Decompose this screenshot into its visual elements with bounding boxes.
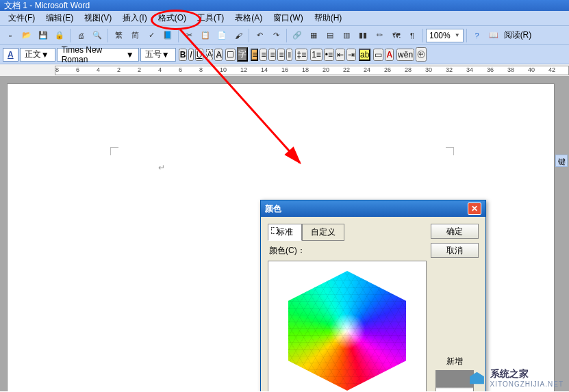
separator	[249, 29, 249, 42]
table-grid-icon[interactable]: ▦	[306, 28, 321, 43]
trad-simp-icon[interactable]: 繁	[111, 28, 126, 43]
close-icon: ✕	[471, 204, 478, 213]
ruler-tick: 26	[384, 66, 391, 73]
ruler-tick: 10	[220, 66, 227, 73]
watermark: 系统之家 XITONGZHIJIA.NET	[468, 368, 564, 388]
separator	[108, 29, 108, 42]
ruler-tick: 14	[261, 66, 268, 73]
cut-icon[interactable]: ✂	[181, 28, 197, 43]
separator	[466, 29, 467, 42]
outdent-button[interactable]: ⇤	[336, 49, 345, 61]
dropdown-arrow-icon: ▼	[126, 50, 134, 60]
ruler-tick: 8	[199, 66, 203, 73]
redo-icon[interactable]: ↷	[268, 28, 283, 43]
watermark-logo-icon	[468, 371, 486, 386]
ok-button[interactable]: 确定	[431, 224, 479, 239]
font-combo[interactable]: Times New Roman ▼	[57, 48, 139, 62]
drawing-icon[interactable]: ✏	[372, 28, 387, 43]
permissions-icon[interactable]: 🔒	[52, 28, 67, 43]
hex-color-wheel[interactable]	[279, 271, 416, 391]
style-combo[interactable]: 正文 ▼	[20, 48, 55, 62]
open-icon[interactable]: 📂	[19, 28, 34, 43]
spell-icon[interactable]: ✓	[144, 28, 159, 43]
ruler-tick: 2	[138, 66, 141, 73]
simp-trad-icon[interactable]: 简	[127, 28, 142, 43]
italic-button[interactable]: I	[188, 49, 193, 61]
align-right-button[interactable]: ≡	[268, 49, 276, 61]
numbered-list-button[interactable]: 1≡	[310, 49, 323, 61]
separator	[70, 29, 71, 42]
menu-tools[interactable]: 工具(T)	[192, 10, 229, 26]
excel-icon[interactable]: ▥	[339, 28, 354, 43]
enclose-char-button[interactable]: ㊥	[416, 47, 427, 62]
print-icon[interactable]: 🖨	[73, 28, 88, 43]
dialog-title-text: 颜色	[265, 203, 281, 215]
menu-window[interactable]: 窗口(W)	[268, 10, 308, 26]
bold-button[interactable]: B	[179, 49, 188, 61]
format-painter-icon[interactable]: 🖌	[231, 28, 246, 43]
menu-format[interactable]: 格式(O)	[153, 10, 192, 26]
border-button[interactable]: ▭	[373, 49, 383, 61]
read-mode-label[interactable]: 阅读(R)	[503, 29, 533, 41]
keyboard-hint: 键	[555, 155, 568, 167]
columns-icon[interactable]: ▮▮	[355, 28, 370, 43]
menu-table[interactable]: 表格(A)	[229, 10, 268, 26]
style-value: 正文	[25, 49, 41, 60]
hyperlink-icon[interactable]: 🔗	[290, 28, 305, 43]
horizontal-ruler[interactable]: 8642246810121416182022242628303234363840…	[0, 64, 569, 77]
save-icon[interactable]: 💾	[36, 28, 51, 43]
separator	[178, 29, 179, 42]
char-border-button[interactable]: ☐	[225, 49, 236, 61]
ruler-tick: 38	[507, 66, 514, 73]
new-doc-icon[interactable]: ▫	[3, 28, 18, 43]
doc-map-icon[interactable]: 🗺	[388, 28, 403, 43]
menu-edit[interactable]: 编辑(E)	[40, 10, 79, 26]
dropdown-arrow-icon: ▼	[455, 32, 460, 38]
document-workspace: ↵ 键 颜色 ✕ 标准 自定义 颜色(C)：	[0, 77, 569, 391]
menu-insert[interactable]: 插入(I)	[117, 10, 152, 26]
shadow-a-button[interactable]: A	[214, 49, 223, 61]
menu-view[interactable]: 视图(V)	[79, 10, 117, 26]
zoom-combo[interactable]: 100% ▼	[426, 29, 464, 42]
outline-a-button[interactable]: A	[206, 49, 213, 60]
formatting-toolbar: A 正文 ▼ Times New Roman ▼ 五号 ▼ B I U A A …	[0, 45, 569, 64]
ruler-tick: 6	[179, 66, 182, 73]
show-marks-icon[interactable]: ¶	[405, 28, 420, 43]
paste-icon[interactable]: 📄	[214, 28, 229, 43]
ruler-tick: 30	[425, 66, 432, 73]
research-icon[interactable]: 📘	[160, 28, 175, 43]
preview-label: 新增	[431, 356, 479, 367]
font-color-button[interactable]: A	[385, 49, 394, 61]
align-justify-button[interactable]: ≡	[277, 49, 285, 61]
phonetic-button[interactable]: wěn	[396, 49, 414, 61]
menu-help[interactable]: 帮助(H)	[309, 10, 348, 26]
cancel-button[interactable]: 取消	[431, 243, 479, 258]
menu-file[interactable]: 文件(F)	[3, 10, 40, 26]
style-indicator[interactable]: A	[3, 48, 18, 62]
align-left-button[interactable]: ≡	[251, 49, 258, 61]
highlight-button[interactable]: ab	[359, 49, 370, 61]
indent-button[interactable]: ⇥	[346, 49, 356, 61]
help-icon[interactable]: ?	[470, 28, 485, 43]
insert-table-icon[interactable]: ▤	[323, 28, 338, 43]
line-spacing-button[interactable]: ‡≡	[295, 49, 307, 61]
dialog-button-column: 确定 取消	[431, 224, 479, 258]
distribute-button[interactable]: ⫴	[286, 49, 292, 61]
ruler-tick: 12	[240, 66, 247, 73]
char-shade-button[interactable]: 字	[237, 47, 248, 62]
close-button[interactable]: ✕	[468, 202, 481, 215]
align-center-button[interactable]: ≡	[260, 49, 267, 61]
tab-standard[interactable]: 标准	[268, 224, 302, 241]
font-size-combo[interactable]: 五号 ▼	[140, 48, 176, 62]
bullet-list-button[interactable]: •≡	[324, 49, 334, 61]
copy-icon[interactable]: 📋	[198, 28, 213, 43]
preview-icon[interactable]: 🔍	[90, 28, 105, 43]
read-mode-icon[interactable]: 📖	[486, 28, 501, 43]
undo-icon[interactable]: ↶	[252, 28, 267, 43]
tab-custom[interactable]: 自定义	[302, 224, 344, 241]
paragraph-mark-icon: ↵	[158, 163, 165, 172]
dropdown-arrow-icon: ▼	[162, 50, 170, 60]
dialog-titlebar[interactable]: 颜色 ✕	[261, 200, 485, 217]
underline-button[interactable]: U	[195, 49, 204, 61]
ruler-tick: 4	[97, 66, 100, 73]
